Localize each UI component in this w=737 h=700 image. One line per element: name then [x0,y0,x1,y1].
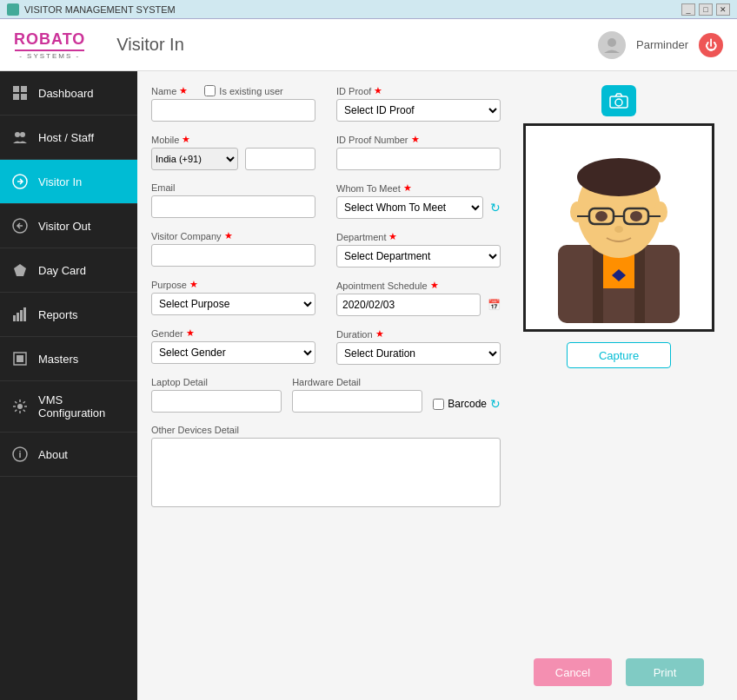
purpose-field-group: Purpose ★ Select Purpose [151,279,315,315]
right-column: ID Proof ★ Select ID Proof ID Proof Numb… [336,85,501,377]
id-proof-label: ID Proof ★ [336,85,501,96]
department-select[interactable]: Select Department [336,245,501,267]
svg-rect-2 [21,86,27,92]
close-btn[interactable]: ✕ [716,3,730,16]
svg-rect-10 [13,315,16,321]
country-code-select[interactable]: India (+91) [151,148,238,170]
sidebar-item-dashboard[interactable]: Dashboard [0,71,137,116]
mobile-field-group: Mobile ★ India (+91) [151,134,315,170]
svg-rect-3 [13,94,19,100]
sidebar-item-day-card[interactable]: Day Card [0,248,137,293]
id-proof-number-input[interactable] [336,148,501,170]
svg-point-5 [15,132,20,137]
logo-sub: - SYSTEMS - [19,52,80,60]
svg-rect-11 [17,313,19,321]
name-input[interactable] [151,99,315,122]
sidebar-label-visitor-in: Visitor In [38,175,82,188]
existing-user-checkbox[interactable] [204,85,216,96]
camera-button[interactable] [601,85,636,116]
sidebar-label-visitor-out: Visitor Out [38,220,90,233]
svg-point-0 [608,38,616,47]
sidebar-label-host: Host / Staff [38,131,94,144]
sidebar-item-visitor-out[interactable]: Visitor Out [0,204,137,248]
laptop-field-group: Laptop Detail [151,377,282,413]
whom-to-meet-refresh-btn[interactable]: ↻ [490,201,501,215]
maximize-btn[interactable]: □ [699,3,713,16]
svg-point-36 [630,211,642,221]
form-area: Name ★ Is existing user [151,85,501,686]
sidebar-item-masters[interactable]: Masters [0,337,137,381]
svg-point-28 [570,201,584,222]
existing-user-checkbox-label[interactable]: Is existing user [204,85,282,96]
reports-icon [10,305,30,324]
sidebar-label-reports: Reports [38,308,78,321]
capture-button[interactable]: Capture [567,342,671,368]
sidebar-item-host-staff[interactable]: Host / Staff [0,116,137,160]
whom-to-meet-select[interactable]: Select Whom To Meet [336,196,483,219]
laptop-input[interactable] [151,390,282,413]
header-right: Parminder ⏻ [598,31,723,59]
laptop-hardware-row: Laptop Detail Hardware Detail Barcode ↻ [151,377,501,413]
svg-point-35 [595,211,608,221]
logo-text: ROBATO [14,30,85,49]
gender-select[interactable]: Select Gender [151,341,315,364]
about-icon: i [10,445,30,464]
appointment-date-input[interactable] [336,294,481,316]
duration-select[interactable]: Select Duration [336,342,501,365]
photo-area: Capture Cancel Print [515,85,723,686]
svg-rect-13 [23,307,26,321]
name-field-group: Name ★ Is existing user [151,85,315,122]
other-devices-textarea[interactable] [151,438,501,507]
purpose-select[interactable]: Select Purpose [151,293,315,315]
whom-to-meet-field-group: Whom To Meet ★ Select Whom To Meet ↻ [336,182,501,219]
sidebar-label-about: About [38,448,68,461]
sidebar-item-vms-config[interactable]: VMS Configuration [0,381,137,433]
gender-field-group: Gender ★ Select Gender [151,327,315,364]
purpose-label: Purpose ★ [151,279,315,290]
appointment-row: 📅 [336,294,501,316]
sidebar-item-reports[interactable]: Reports [0,293,137,337]
content-area: Dashboard Host / Staff Visitor In Visito… [0,71,737,700]
barcode-refresh-btn[interactable]: ↻ [490,397,501,411]
visitor-company-label: Visitor Company ★ [151,230,315,241]
app-icon [7,3,19,16]
sidebar-label-day-card: Day Card [38,264,86,277]
avatar-image [541,132,697,323]
duration-field-group: Duration ★ Select Duration [336,328,501,365]
mobile-label: Mobile ★ [151,134,315,145]
svg-text:i: i [18,449,21,459]
sidebar-item-about[interactable]: i About [0,433,137,477]
calendar-icon[interactable]: 📅 [488,299,501,311]
mobile-input[interactable] [245,148,315,170]
other-devices-label: Other Devices Detail [151,425,501,435]
appointment-field-group: Apointment Schedule ★ 📅 [336,280,501,316]
id-proof-field-group: ID Proof ★ Select ID Proof [336,85,501,122]
email-label: Email [151,182,315,193]
svg-rect-12 [20,310,23,321]
minimize-btn[interactable]: _ [681,3,695,16]
barcode-label: Barcode [448,398,487,410]
barcode-checkbox[interactable] [433,399,444,410]
hardware-label: Hardware Detail [292,377,422,387]
visitor-company-input[interactable] [151,244,315,267]
department-field-group: Department ★ Select Department [336,231,501,267]
photo-frame [523,123,714,332]
title-bar-text: VISITOR MANAGEMENT SYSTEM [24,4,176,15]
hardware-input[interactable] [292,390,422,413]
id-proof-select[interactable]: Select ID Proof [336,99,501,122]
mobile-row: India (+91) [151,148,315,170]
whom-to-meet-label: Whom To Meet ★ [336,182,501,194]
svg-point-37 [614,226,623,233]
email-input[interactable] [151,195,315,218]
vms-icon [10,397,30,416]
cancel-button[interactable]: Cancel [534,658,612,686]
power-button[interactable]: ⏻ [699,33,723,57]
window-controls[interactable]: _ □ ✕ [681,3,730,16]
title-bar: VISITOR MANAGEMENT SYSTEM _ □ ✕ [0,0,737,19]
print-button[interactable]: Print [626,658,704,686]
sidebar-item-visitor-in[interactable]: Visitor In [0,160,137,204]
svg-rect-1 [13,86,19,92]
department-label: Department ★ [336,231,501,242]
sidebar-label-dashboard: Dashboard [38,87,94,100]
svg-point-20 [615,99,622,106]
